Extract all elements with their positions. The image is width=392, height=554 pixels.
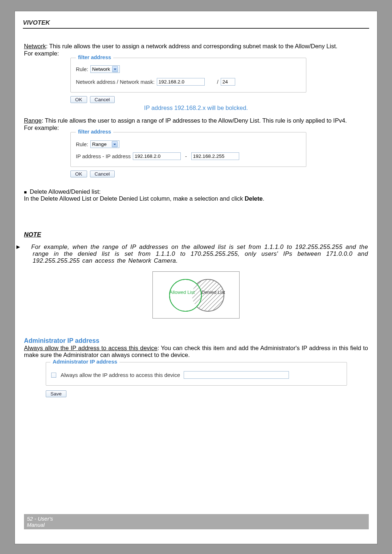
delete-list-block: ■Delete Allowed/Denied list: xyxy=(24,188,368,195)
network-paragraph: Network: This rule allows the user to as… xyxy=(24,43,368,50)
filter-network-legend: filter address xyxy=(76,54,113,60)
network-heading-word: Network xyxy=(24,43,46,49)
slash-label: / xyxy=(217,79,219,85)
ok-button[interactable]: OK xyxy=(70,171,87,177)
cancel-button[interactable]: Cancel xyxy=(90,171,115,177)
range-addr2-input[interactable]: 192.168.2.255 xyxy=(191,152,239,160)
always-allow-checkbox[interactable] xyxy=(51,373,56,378)
rule-select-value: Network xyxy=(92,66,110,72)
always-allow-label: Always allow the IP address to access th… xyxy=(61,372,180,378)
allowed-list-label: Allowed List xyxy=(170,290,195,295)
admin-paragraph: Always allow the IP address to access th… xyxy=(24,345,368,358)
admin-para-u: Always allow the IP address to access th… xyxy=(24,345,158,351)
denied-list-label: Denied List xyxy=(201,290,225,295)
range-heading-rest: : This rule allows the user to assign a … xyxy=(42,117,347,124)
range-heading-word: Range xyxy=(24,117,42,124)
admin-section-title: Administrator IP address xyxy=(24,337,368,345)
note-body: ►For example, when the range of IP addre… xyxy=(24,243,368,264)
page-footer: 52 - User's Manual xyxy=(24,514,369,529)
note-heading: NOTE xyxy=(24,231,368,238)
network-buttons: OK Cancel xyxy=(70,96,368,103)
network-heading-rest: : This rule allows the user to assign a … xyxy=(46,43,338,49)
admin-legend: Administrator IP address xyxy=(50,358,119,365)
admin-fieldset-wrap: Administrator IP address Always allow th… xyxy=(46,362,347,386)
bullet-square-icon: ■ xyxy=(24,189,30,195)
network-caption: IP address 192.168.2.x will be bolcked. xyxy=(24,104,368,111)
rule-select-value: Range xyxy=(92,141,110,147)
page: VIVOTEK Network: This rule allows the us… xyxy=(15,11,377,544)
chevron-down-icon[interactable] xyxy=(112,66,118,72)
filter-network-wrap: filter address Rule: Network Network add… xyxy=(70,58,306,93)
range-buttons: OK Cancel xyxy=(70,171,368,177)
save-row: Save xyxy=(46,390,368,397)
range-paragraph: Range: This rule allows the user to assi… xyxy=(24,117,368,124)
filter-range-wrap: filter address Rule: Range IP address - … xyxy=(70,132,306,167)
admin-fieldset: Administrator IP address Always allow th… xyxy=(46,362,347,386)
cancel-button[interactable]: Cancel xyxy=(90,96,115,103)
header-rule xyxy=(23,28,369,29)
delete-list-bold: Delete xyxy=(245,195,263,202)
network-address-input[interactable]: 192.168.2.0 xyxy=(157,78,205,86)
delete-list-body: In the Delete Allowed List or Delete Den… xyxy=(24,195,368,202)
header: VIVOTEK xyxy=(15,11,377,30)
range-addr1-input[interactable]: 192.168.2.0 xyxy=(133,152,181,160)
brand-name: VIVOTEK xyxy=(23,19,369,26)
filter-network-fieldset: filter address Rule: Network Network add… xyxy=(70,58,306,93)
page-content: Network: This rule allows the user to as… xyxy=(15,30,377,397)
rule-select-range[interactable]: Range xyxy=(90,140,119,148)
rule-label: Rule: xyxy=(76,66,88,72)
venn-diagram: Allowed List Denied List xyxy=(152,271,240,319)
delete-list-title: Delete Allowed/Denied list: xyxy=(30,188,101,195)
delete-list-body-b: . xyxy=(263,195,265,202)
save-button[interactable]: Save xyxy=(46,390,66,397)
range-sep-label: - xyxy=(185,153,187,159)
venn-wrap: Allowed List Denied List xyxy=(24,271,368,320)
range-field-label: IP address - IP address xyxy=(76,153,131,159)
filter-range-fieldset: filter address Rule: Range IP address - … xyxy=(70,132,306,167)
rule-label: Rule: xyxy=(76,141,88,147)
rule-select-network[interactable]: Network xyxy=(90,65,120,73)
ok-button[interactable]: OK xyxy=(70,96,87,103)
chevron-down-icon[interactable] xyxy=(112,141,118,147)
network-mask-input[interactable]: 24 xyxy=(221,78,235,86)
note-text: For example, when the range of IP addres… xyxy=(31,243,368,264)
delete-list-body-a: In the Delete Allowed List or Delete Den… xyxy=(24,195,245,202)
network-field-label: Network address / Network mask: xyxy=(76,79,155,85)
filter-range-legend: filter address xyxy=(76,129,113,135)
triangle-right-icon: ► xyxy=(24,243,31,250)
admin-ip-input[interactable] xyxy=(184,371,289,379)
